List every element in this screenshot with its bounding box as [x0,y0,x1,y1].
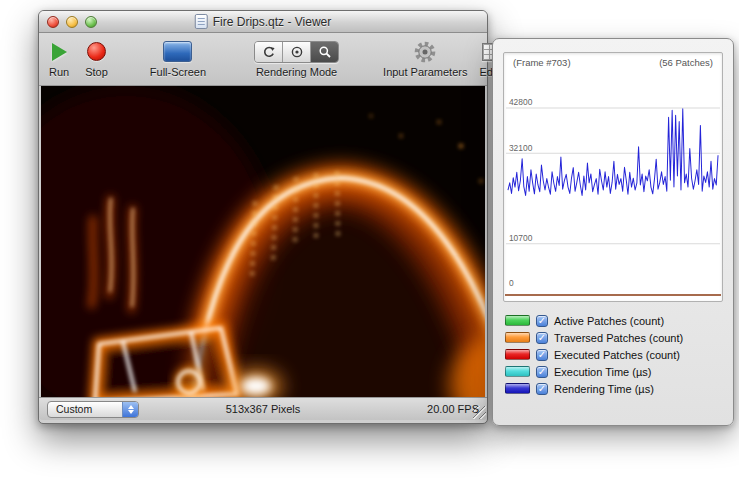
input-parameters-button[interactable]: Input Parameters [383,38,467,78]
legend-checkbox[interactable]: ✓ [536,366,548,378]
gear-icon [413,40,437,64]
rendering-mode-control: Rendering Mode [254,38,339,78]
legend-color-swatch [505,366,530,377]
performance-chart-box: (Frame #703) (56 Patches) 01070032100428… [503,52,723,302]
fps-text: 20.00 FPS [427,403,479,415]
svg-text:0: 0 [509,278,514,288]
fire-render-art [41,86,485,397]
legend-color-swatch [505,349,530,360]
size-popup-value: Custom [56,403,92,415]
chart-header: (Frame #703) (56 Patches) [513,57,713,68]
stats-window: (Frame #703) (56 Patches) 01070032100428… [492,38,734,426]
run-label: Run [49,66,69,78]
legend-checkbox[interactable]: ✓ [536,349,548,361]
legend-label: Executed Patches (count) [554,349,680,361]
document-icon [195,14,208,29]
title-area: Fire Drips.qtz - Viewer [195,14,331,29]
zoom-button[interactable] [85,16,97,28]
viewer-titlebar[interactable]: Fire Drips.qtz - Viewer [39,11,487,33]
svg-text:10700: 10700 [509,233,533,243]
rendering-mode-normal-segment[interactable] [255,42,283,62]
stop-button[interactable]: Stop [85,38,108,78]
stop-icon [87,42,106,61]
legend-checkbox[interactable]: ✓ [536,383,548,395]
play-icon [52,43,67,61]
minimize-button[interactable] [66,16,78,28]
legend-label: Rendering Time (µs) [554,383,654,395]
svg-text:42800: 42800 [509,97,533,107]
rendering-mode-profile-segment[interactable] [283,42,311,62]
profile-icon [290,45,304,59]
legend-color-swatch [505,383,530,394]
close-button[interactable] [47,16,59,28]
magnifier-icon [318,45,332,59]
rendering-mode-debug-segment[interactable] [311,42,338,62]
chart-legend: ✓Active Patches (count)✓Traversed Patche… [503,313,723,396]
legend-label: Active Patches (count) [554,315,664,327]
performance-chart: 0107003210042800 [504,53,722,301]
legend-checkbox[interactable]: ✓ [536,332,548,344]
input-parameters-label: Input Parameters [383,66,467,78]
legend-color-swatch [505,315,530,326]
fullscreen-label: Full-Screen [150,66,206,78]
viewer-statusbar: Custom 513x367 Pixels 20.00 FPS [39,397,487,420]
legend-row: ✓Rendering Time (µs) [505,381,723,396]
fullscreen-button[interactable]: Full-Screen [150,38,206,78]
curved-arrow-icon [262,45,276,59]
viewer-window: Fire Drips.qtz - Viewer Run Stop Full-Sc… [38,10,488,424]
run-button[interactable]: Run [49,38,69,78]
patch-counter: (56 Patches) [659,57,713,68]
render-view[interactable] [41,86,485,397]
legend-label: Execution Time (µs) [554,366,651,378]
legend-color-swatch [505,332,530,343]
svg-text:32100: 32100 [509,143,533,153]
window-title: Fire Drips.qtz - Viewer [213,15,331,29]
window-controls [39,16,97,28]
viewer-toolbar: Run Stop Full-Screen [39,33,487,86]
size-popup[interactable]: Custom [47,401,139,418]
rendering-mode-label: Rendering Mode [256,66,337,78]
legend-row: ✓Executed Patches (count) [505,347,723,362]
legend-row: ✓Traversed Patches (count) [505,330,723,345]
stop-label: Stop [85,66,108,78]
popup-stepper-icon [122,402,138,417]
frame-counter: (Frame #703) [513,57,571,68]
legend-checkbox[interactable]: ✓ [536,315,548,327]
legend-row: ✓Execution Time (µs) [505,364,723,379]
legend-row: ✓Active Patches (count) [505,313,723,328]
screen-icon [163,41,192,62]
rendering-mode-segmented [254,41,339,63]
legend-label: Traversed Patches (count) [554,332,683,344]
